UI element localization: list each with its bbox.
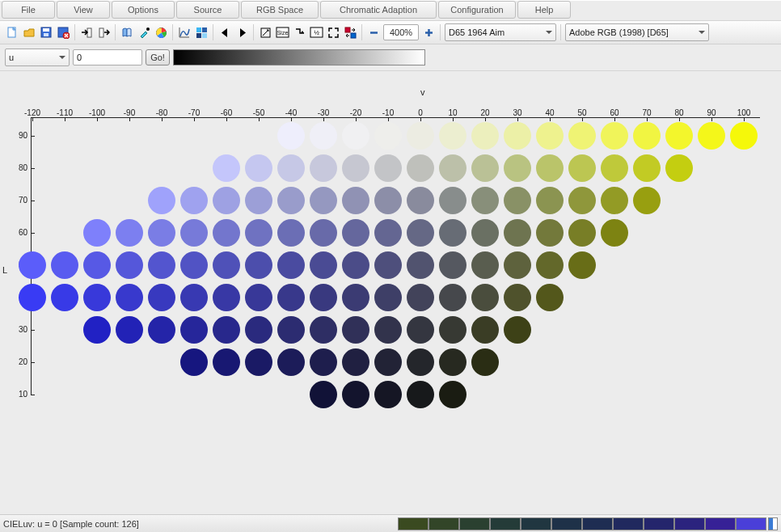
size-box-icon[interactable]: Size [275, 25, 289, 40]
color-swatch[interactable] [310, 154, 337, 182]
color-swatch[interactable] [116, 219, 143, 247]
status-swatch[interactable] [459, 517, 490, 530]
color-picker-icon[interactable] [137, 25, 151, 40]
color-swatch[interactable] [277, 316, 305, 344]
color-swatch[interactable] [439, 122, 466, 150]
status-swatch[interactable] [613, 517, 644, 530]
color-swatch[interactable] [439, 154, 466, 182]
half-fraction-icon[interactable]: ½ [309, 25, 323, 40]
color-swatch[interactable] [310, 219, 337, 247]
color-swatch[interactable] [83, 316, 111, 344]
color-swatch[interactable] [504, 187, 531, 214]
axis-select-combo[interactable]: u [5, 49, 70, 66]
color-swatch[interactable] [213, 154, 240, 182]
color-swatch[interactable] [245, 284, 272, 311]
color-swatch[interactable] [568, 122, 596, 150]
color-swatch[interactable] [342, 251, 369, 279]
color-swatch[interactable] [180, 284, 208, 311]
status-swatch[interactable] [644, 517, 674, 530]
zoom-out-icon[interactable] [366, 25, 381, 40]
color-swatch[interactable] [601, 154, 628, 182]
color-swatch[interactable] [504, 219, 531, 247]
next-icon[interactable] [234, 25, 249, 40]
illuminant-combo[interactable]: D65 1964 Aim [445, 23, 556, 41]
color-swatch[interactable] [407, 187, 434, 214]
color-swatch[interactable] [213, 316, 240, 344]
color-swatch[interactable] [180, 219, 208, 247]
save-file-icon[interactable] [39, 25, 53, 40]
axis-value-input[interactable] [73, 49, 142, 65]
color-swatch[interactable] [116, 251, 143, 279]
color-swatch[interactable] [277, 122, 305, 150]
color-swatch[interactable] [439, 187, 466, 214]
color-swatch[interactable] [407, 219, 434, 247]
color-swatch[interactable] [116, 316, 143, 344]
color-swatch[interactable] [180, 348, 208, 376]
color-swatch[interactable] [471, 284, 499, 311]
color-swatch[interactable] [245, 187, 272, 214]
color-swatch[interactable] [310, 284, 337, 311]
color-swatch[interactable] [213, 187, 240, 214]
color-swatch[interactable] [633, 154, 661, 182]
color-swatch[interactable] [310, 187, 337, 214]
status-swatch[interactable] [705, 517, 736, 530]
color-swatch[interactable] [310, 348, 337, 376]
color-swatch[interactable] [568, 187, 596, 214]
color-swatch[interactable] [342, 187, 369, 214]
color-swatch[interactable] [471, 251, 499, 279]
color-swatch[interactable] [342, 122, 369, 150]
status-swatch[interactable] [521, 517, 551, 530]
color-swatch[interactable] [439, 316, 466, 344]
menu-chromatic-adaption[interactable]: Chromatic Adaption [320, 1, 437, 19]
color-swatch[interactable] [407, 122, 434, 150]
color-swatch[interactable] [277, 154, 305, 182]
color-swatch[interactable] [148, 316, 175, 344]
color-swatch[interactable] [213, 251, 240, 279]
color-swatch[interactable] [245, 348, 272, 376]
color-swatch[interactable] [180, 251, 208, 279]
export-icon[interactable] [96, 25, 111, 40]
menu-configuration[interactable]: Configuration [438, 1, 516, 19]
color-swatch[interactable] [374, 316, 402, 344]
color-swatch[interactable] [277, 348, 305, 376]
color-swatch[interactable] [277, 284, 305, 311]
color-swatch[interactable] [342, 154, 369, 182]
color-swatch[interactable] [245, 251, 272, 279]
color-wheel-icon[interactable] [154, 25, 168, 40]
swap-icon[interactable] [343, 25, 357, 40]
menu-source[interactable]: Source [176, 1, 239, 19]
color-swatch[interactable] [83, 251, 111, 279]
color-swatch[interactable] [504, 251, 531, 279]
color-swatch[interactable] [310, 381, 337, 408]
color-swatch[interactable] [245, 219, 272, 247]
color-swatch[interactable] [51, 284, 78, 311]
color-swatch[interactable] [213, 284, 240, 311]
color-swatch[interactable] [342, 284, 369, 311]
color-swatch[interactable] [374, 187, 402, 214]
color-swatch[interactable] [633, 122, 661, 150]
go-button[interactable]: Go! [146, 49, 170, 65]
color-swatch[interactable] [374, 122, 402, 150]
color-swatch[interactable] [665, 154, 693, 182]
color-swatch[interactable] [407, 154, 434, 182]
color-swatch[interactable] [698, 122, 725, 150]
book-icon[interactable] [120, 25, 134, 40]
color-swatch[interactable] [310, 316, 337, 344]
status-swatch[interactable] [398, 517, 428, 530]
color-swatch[interactable] [277, 219, 305, 247]
color-swatch[interactable] [504, 316, 531, 344]
color-swatch[interactable] [83, 219, 111, 247]
new-file-icon[interactable] [5, 25, 19, 40]
color-swatch[interactable] [374, 219, 402, 247]
color-swatch[interactable] [148, 187, 175, 214]
color-swatch[interactable] [471, 316, 499, 344]
color-swatch[interactable] [536, 251, 564, 279]
color-swatch[interactable] [245, 154, 272, 182]
color-swatch[interactable] [180, 187, 208, 214]
gradient-strip[interactable] [173, 49, 425, 65]
color-swatch[interactable] [83, 284, 111, 311]
status-mini-swatch[interactable] [768, 517, 778, 530]
color-swatch[interactable] [471, 348, 499, 376]
color-swatch[interactable] [665, 122, 693, 150]
color-swatch[interactable] [342, 348, 369, 376]
